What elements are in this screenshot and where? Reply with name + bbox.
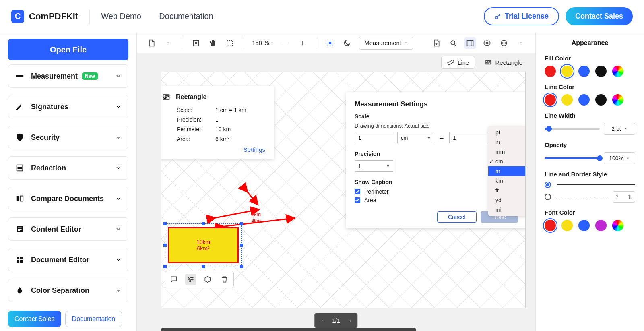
chevron-down-icon[interactable]: [163, 37, 174, 49]
svg-line-24: [212, 210, 256, 219]
sidebar-item-doc-editor[interactable]: Document Editor: [8, 248, 128, 271]
brand-name: ComPDFKit: [29, 11, 78, 22]
unit-option-mm[interactable]: mm: [488, 147, 526, 157]
key-icon: [494, 13, 502, 20]
fill-red-swatch[interactable]: [545, 66, 556, 77]
settings-link[interactable]: Settings: [244, 146, 265, 153]
chevron-down-icon[interactable]: [515, 37, 526, 49]
sidebar-item-content-editor[interactable]: Content Editor: [8, 217, 128, 241]
chevron-down-icon: [115, 195, 122, 202]
font-blue-swatch[interactable]: [578, 220, 590, 231]
sidebar-item-signatures[interactable]: Signatures: [8, 95, 128, 118]
contact-sales-pill[interactable]: Contact Sales: [8, 311, 61, 327]
line-black-swatch[interactable]: [595, 94, 607, 106]
comment-icon[interactable]: [168, 274, 180, 285]
opacity-slider[interactable]: [545, 157, 600, 159]
brand-logo[interactable]: C ComPDFKit: [11, 10, 89, 23]
fill-yellow-swatch[interactable]: [561, 66, 573, 77]
line-style-solid[interactable]: [545, 182, 635, 188]
svg-rect-5: [20, 196, 23, 201]
pager: ‹ 1/1 ›: [314, 313, 357, 328]
measurement-toolbar: Line Rectangle: [137, 53, 535, 72]
prev-page-icon[interactable]: ‹: [318, 317, 326, 324]
search-icon[interactable]: [448, 37, 459, 49]
delete-icon[interactable]: [219, 274, 230, 285]
line-blue-swatch[interactable]: [578, 94, 590, 106]
export-icon[interactable]: [431, 37, 442, 49]
horizontal-scrollbar[interactable]: [161, 328, 526, 331]
font-rainbow-swatch[interactable]: [612, 220, 623, 231]
scale-value-1-input[interactable]: [355, 132, 394, 143]
fill-black-swatch[interactable]: [595, 66, 607, 77]
ruler-icon: [447, 59, 454, 66]
page-canvas[interactable]: 1km 4km 10km 6km² Rectangl: [161, 72, 526, 308]
sidebar-item-measurement[interactable]: Measurement New: [8, 64, 128, 88]
line-style-dashed[interactable]: 2⇅: [545, 191, 635, 203]
line-yellow-swatch[interactable]: [561, 94, 573, 106]
fill-blue-swatch[interactable]: [578, 66, 590, 77]
measurement-info-panel: Rectangle Scale:1 cm = 1 km Precision:1 …: [161, 86, 274, 159]
trial-license-button[interactable]: Trial License: [484, 7, 559, 25]
unit-option-pt[interactable]: pt: [488, 128, 526, 137]
sidebar-item-color-sep[interactable]: Color Separation: [8, 279, 128, 302]
chevron-down-icon: [115, 103, 122, 110]
tab-rectangle[interactable]: Rectangle: [479, 56, 528, 68]
contact-sales-button[interactable]: Contact Sales: [566, 7, 633, 25]
chevron-down-icon: [115, 257, 122, 263]
unit-option-in[interactable]: in: [488, 137, 526, 147]
marquee-icon[interactable]: [224, 37, 235, 49]
view-icon[interactable]: [481, 37, 493, 49]
panel-icon[interactable]: [464, 37, 476, 49]
scale-value-2-input[interactable]: [449, 132, 489, 143]
dark-mode-icon[interactable]: [341, 37, 353, 49]
documentation-pill[interactable]: Documentation: [65, 311, 122, 327]
svg-text:1km: 1km: [251, 212, 261, 217]
line-red-swatch[interactable]: [545, 94, 556, 106]
unit-option-m[interactable]: m: [488, 166, 526, 176]
line-width-value[interactable]: 2 pt: [604, 123, 635, 135]
font-yellow-swatch[interactable]: [561, 220, 573, 231]
hexagon-icon[interactable]: [202, 274, 213, 285]
measurement-rectangle[interactable]: 10km 6km²: [168, 227, 239, 263]
pan-icon[interactable]: [207, 37, 219, 49]
sidebar-item-redaction[interactable]: Redaction: [8, 156, 128, 180]
unit-dropdown[interactable]: ptinmmcmmkmftydmi: [488, 126, 526, 216]
zoom-in-icon[interactable]: [297, 37, 308, 49]
zoom-out-icon[interactable]: [280, 37, 291, 49]
sidebar-item-compare[interactable]: Compare Documents: [8, 187, 128, 210]
unit-option-yd[interactable]: yd: [488, 195, 526, 205]
more-icon[interactable]: [498, 37, 510, 49]
mode-dropdown[interactable]: Measurement: [359, 37, 413, 50]
zoom-dropdown[interactable]: 150 %: [252, 39, 274, 46]
font-magenta-swatch[interactable]: [595, 220, 607, 231]
tab-line[interactable]: Line: [441, 56, 475, 69]
unit-option-mi[interactable]: mi: [488, 205, 526, 215]
unit-option-km[interactable]: km: [488, 176, 526, 186]
file-icon[interactable]: [146, 37, 157, 49]
fit-icon[interactable]: [190, 37, 202, 49]
next-page-icon[interactable]: ›: [347, 317, 354, 324]
nav-web-demo[interactable]: Web Demo: [101, 12, 141, 21]
fill-rainbow-swatch[interactable]: [612, 66, 623, 77]
open-file-button[interactable]: Open File: [8, 39, 128, 60]
dash-stepper[interactable]: 2⇅: [613, 191, 635, 203]
light-mode-icon[interactable]: [324, 37, 336, 49]
unit-option-cm[interactable]: cm: [488, 157, 526, 166]
svg-point-16: [486, 42, 488, 44]
cancel-button[interactable]: Cancel: [437, 211, 477, 223]
sidebar-item-security[interactable]: Security: [8, 126, 128, 149]
line-width-slider[interactable]: [545, 128, 600, 130]
opacity-value[interactable]: 100%: [604, 152, 635, 164]
svg-rect-15: [467, 40, 473, 46]
scale-unit-1-select[interactable]: cm: [397, 132, 434, 143]
unit-option-ft[interactable]: ft: [488, 186, 526, 195]
svg-rect-3: [18, 167, 21, 169]
nav-documentation[interactable]: Documentation: [159, 12, 213, 21]
font-red-swatch[interactable]: [545, 220, 556, 231]
line-rainbow-swatch[interactable]: [612, 94, 623, 106]
svg-point-19: [504, 43, 504, 43]
content-icon: [15, 224, 25, 234]
compare-icon: [15, 194, 25, 203]
filters-icon[interactable]: [185, 274, 196, 285]
precision-select[interactable]: 1: [355, 160, 393, 172]
